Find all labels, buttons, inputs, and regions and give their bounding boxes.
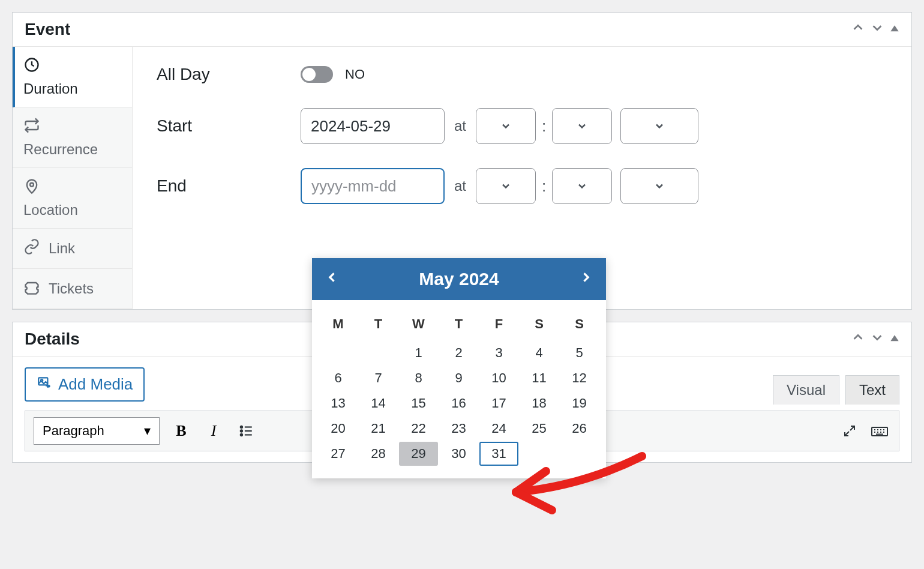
- datepicker-day[interactable]: 1: [399, 341, 438, 365]
- link-icon: [23, 238, 40, 259]
- datepicker-day[interactable]: 11: [520, 366, 559, 390]
- move-up-button[interactable]: [851, 21, 865, 38]
- svg-point-7: [241, 426, 242, 428]
- datepicker-day[interactable]: 8: [399, 366, 438, 390]
- datepicker-day[interactable]: 23: [439, 417, 478, 441]
- sidebar-item-link[interactable]: Link: [13, 229, 132, 269]
- paragraph-select[interactable]: Paragraph ▾: [34, 417, 160, 445]
- datepicker-day[interactable]: 6: [319, 366, 358, 390]
- datepicker-day[interactable]: 2: [439, 341, 478, 365]
- paragraph-label: Paragraph: [43, 423, 104, 439]
- bold-button[interactable]: B: [170, 420, 192, 442]
- svg-marker-3: [890, 335, 898, 341]
- sidebar-item-label: Link: [49, 240, 75, 257]
- start-label: Start: [157, 116, 301, 136]
- end-minute-select[interactable]: [552, 168, 612, 204]
- move-up-button[interactable]: [851, 331, 865, 348]
- datepicker-day[interactable]: 3: [479, 341, 518, 365]
- datepicker-day[interactable]: 9: [439, 366, 478, 390]
- datepicker-day[interactable]: 30: [439, 442, 478, 466]
- toggle-panel-button[interactable]: [890, 331, 899, 348]
- datepicker-popup: May 2024 MTWTFSS 12345678910111213141516…: [312, 258, 606, 478]
- end-ampm-select[interactable]: [620, 168, 698, 204]
- bullet-list-button[interactable]: [235, 420, 257, 442]
- fullscreen-button[interactable]: [839, 420, 860, 442]
- datepicker-day[interactable]: 20: [319, 417, 358, 441]
- toolbar-right: [839, 420, 890, 442]
- end-hour-select[interactable]: [476, 168, 536, 204]
- at-text: at: [454, 178, 466, 194]
- datepicker-dow: T: [439, 307, 479, 340]
- start-ampm-select[interactable]: [620, 108, 698, 144]
- tickets-icon: [23, 278, 40, 299]
- clock-icon: [23, 56, 121, 77]
- start-row: Start 2024-05-29 at :: [157, 108, 887, 144]
- start-hour-select[interactable]: [476, 108, 536, 144]
- svg-point-2: [30, 183, 34, 187]
- panel-controls: [851, 331, 899, 348]
- datepicker-day[interactable]: 24: [479, 417, 518, 441]
- sidebar-item-label: Tickets: [49, 280, 94, 297]
- datepicker-day[interactable]: 12: [560, 366, 599, 390]
- text-tab[interactable]: Text: [845, 375, 899, 405]
- datepicker-day[interactable]: 10: [479, 366, 518, 390]
- datepicker-day[interactable]: 29: [399, 442, 438, 466]
- repeat-icon: [23, 117, 121, 137]
- start-date-input[interactable]: 2024-05-29: [301, 108, 445, 144]
- details-panel-title: Details: [25, 330, 80, 349]
- location-icon: [23, 178, 121, 198]
- start-minute-select[interactable]: [552, 108, 612, 144]
- datepicker-day[interactable]: 22: [399, 417, 438, 441]
- add-media-button[interactable]: Add Media: [25, 367, 145, 402]
- datepicker-day[interactable]: 25: [520, 417, 559, 441]
- event-panel-title: Event: [25, 20, 70, 39]
- datepicker-month-title: May 2024: [419, 269, 499, 289]
- sidebar-item-label: Recurrence: [23, 141, 121, 158]
- datepicker-dow: S: [519, 307, 559, 340]
- datepicker-day[interactable]: 14: [359, 391, 398, 415]
- toggle-panel-button[interactable]: [890, 21, 899, 38]
- all-day-toggle[interactable]: [301, 66, 333, 83]
- move-down-button[interactable]: [871, 331, 884, 348]
- sidebar-item-recurrence[interactable]: Recurrence: [13, 107, 132, 168]
- prev-month-button[interactable]: [326, 269, 338, 289]
- keyboard-button[interactable]: [869, 420, 890, 442]
- all-day-value: NO: [345, 67, 365, 82]
- svg-point-6: [49, 385, 50, 387]
- end-date-input[interactable]: yyyy-mm-dd: [301, 168, 445, 204]
- datepicker-day[interactable]: 7: [359, 366, 398, 390]
- datepicker-day[interactable]: 16: [439, 391, 478, 415]
- panel-controls: [851, 21, 899, 38]
- sidebar-item-duration[interactable]: Duration: [13, 47, 132, 107]
- datepicker-day[interactable]: 21: [359, 417, 398, 441]
- sidebar-item-tickets[interactable]: Tickets: [13, 269, 132, 309]
- datepicker-day[interactable]: 15: [399, 391, 438, 415]
- colon: :: [542, 177, 546, 196]
- sidebar-item-label: Location: [23, 202, 121, 218]
- datepicker-dow: S: [559, 307, 599, 340]
- datepicker-day[interactable]: 27: [319, 442, 358, 466]
- visual-tab[interactable]: Visual: [773, 375, 839, 405]
- svg-marker-0: [890, 25, 898, 31]
- caret-down-icon: ▾: [144, 423, 151, 439]
- all-day-row: All Day NO: [157, 65, 887, 84]
- datepicker-day[interactable]: 18: [520, 391, 559, 415]
- datepicker-day[interactable]: 13: [319, 391, 358, 415]
- end-row: End yyyy-mm-dd at :: [157, 168, 887, 204]
- move-down-button[interactable]: [871, 21, 884, 38]
- datepicker-day[interactable]: 4: [520, 341, 559, 365]
- colon: :: [542, 117, 546, 136]
- italic-button[interactable]: I: [203, 420, 224, 442]
- end-label: End: [157, 176, 301, 196]
- datepicker-day[interactable]: 5: [560, 341, 599, 365]
- datepicker-day[interactable]: 28: [359, 442, 398, 466]
- svg-point-9: [241, 430, 242, 432]
- datepicker-dow: T: [358, 307, 398, 340]
- next-month-button[interactable]: [580, 269, 592, 289]
- sidebar-item-location[interactable]: Location: [13, 168, 132, 229]
- all-day-label: All Day: [157, 65, 301, 84]
- datepicker-day[interactable]: 17: [479, 391, 518, 415]
- datepicker-day[interactable]: 19: [560, 391, 599, 415]
- datepicker-day[interactable]: 26: [560, 417, 599, 441]
- datepicker-day[interactable]: 31: [479, 442, 518, 466]
